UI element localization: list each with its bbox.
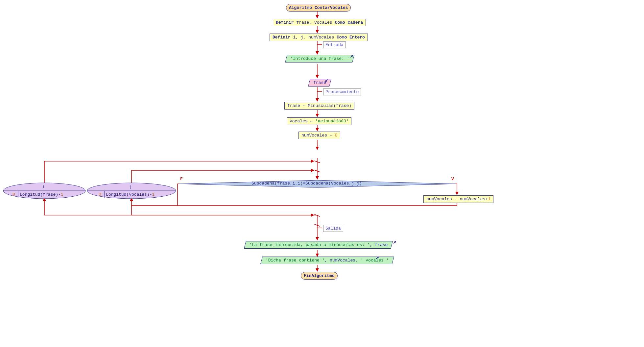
flow-merge-mark [314, 168, 320, 174]
output-arrow-icon: ↗ [393, 238, 396, 245]
terminal-end: FinAlgoritmo [301, 272, 338, 280]
flow-merge-mark [314, 212, 320, 218]
proc-init-count: numVocales ← 0 [298, 132, 340, 139]
loop-j-to: Longitud(vocales)-1 [106, 192, 155, 197]
section-label-proc: Procesamiento [323, 88, 361, 95]
flow-merge-mark [314, 159, 320, 165]
decision-compare: Subcadena(frase,i,i)=Subcadena(vocales,j… [251, 181, 362, 186]
loop-i-to: Longitud(frase)-1 [20, 192, 63, 197]
declare-ints: Definir i, j, numVocales Como Entero [270, 34, 368, 41]
decision-false-label: F [180, 177, 183, 182]
loop-i-from: 0 [12, 192, 15, 197]
proc-lowercase: frase ← Minusculas(frase) [284, 102, 354, 110]
output-arrow-icon: ↗ [375, 254, 379, 261]
proc-increment: numVocales ← numVocales+1 [423, 195, 493, 203]
output-arrow-icon: ↗ [350, 52, 353, 59]
loop-j-from: 0 [99, 192, 101, 197]
section-label-entrada: Entrada [323, 41, 346, 48]
loop-j-var: j [129, 185, 132, 189]
proc-vocales: vocales ← 'aeiouáéíóúü' [287, 117, 351, 125]
loop-i-var: i [42, 185, 45, 189]
output-result2: 'Dicha frase contiene ', numVocales, ' v… [260, 257, 394, 264]
declare-strings: Definir frase, vocales Como Cadena [273, 19, 366, 26]
flow-arrows [0, 0, 644, 347]
terminal-start: Algoritmo ContarVocales [286, 4, 351, 12]
decision-true-label: V [451, 177, 454, 182]
section-label-salida: Salida [323, 225, 343, 232]
output-result1: 'La frase intrducida, pasada a minúscula… [244, 241, 393, 249]
output-prompt: 'Introduce una frase: ' [285, 55, 355, 62]
input-arrow-icon: ↙ [325, 76, 328, 84]
flow-merge-mark [314, 222, 320, 228]
